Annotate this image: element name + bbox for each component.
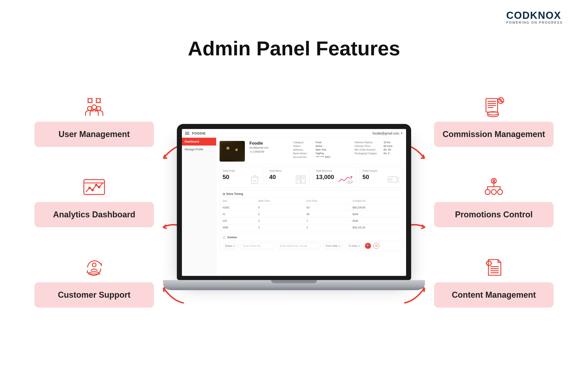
- svg-point-1: [96, 99, 100, 102]
- profile-header: Foodie food@gmail.com +1 23456789 Catego…: [220, 141, 403, 164]
- topbar: FOODIE foodie@gmail.com ▼: [182, 129, 406, 138]
- svg-point-17: [493, 180, 495, 181]
- invoice-percent-icon: [481, 96, 506, 117]
- profile-email: food@gmail.com: [250, 146, 289, 150]
- bag-icon: [249, 174, 260, 185]
- store-timing-table: Day Start Time End Time Created On #1001…: [220, 198, 403, 231]
- feature-pill: Promotions Control: [434, 202, 554, 227]
- feature-pill: Analytics Dashboard: [34, 202, 154, 227]
- page-title: Admin Panel Features: [0, 37, 588, 60]
- stat-total-order: Total Order 50: [220, 167, 263, 187]
- profile-phone: +1 23456789: [250, 150, 289, 154]
- brand-logo: CODKNOX POWERING ON PROGRESS: [506, 10, 563, 24]
- sidebar: Dashboard Manage Profile: [182, 138, 216, 276]
- revenue-trend-icon: [338, 174, 354, 185]
- svg-point-14: [502, 101, 503, 102]
- feature-pill: Content Management: [434, 282, 554, 307]
- stat-total-revenue: Total Revenue 13,000: [313, 167, 356, 187]
- to-date-select[interactable]: To Date: [345, 243, 363, 249]
- clock-icon: ◔: [223, 192, 225, 196]
- table-row: #58922$34,132.24: [220, 224, 403, 231]
- stat-total-menu: Total Menu 40: [266, 167, 310, 187]
- document-gear-icon: [481, 257, 506, 278]
- table-row: #1536$294: [220, 211, 403, 218]
- svg-point-13: [499, 99, 501, 100]
- feature-pill: User Management: [34, 122, 154, 147]
- svg-point-20: [498, 190, 503, 195]
- svg-rect-5: [84, 180, 105, 195]
- support-hand-icon: [82, 257, 107, 278]
- feature-pill: Commission Management: [434, 122, 554, 147]
- laptop-mockup: FOODIE foodie@gmail.com ▼ Dashboard Mana…: [177, 124, 411, 290]
- store-timing-panel: ◔Store Timing Day Start Time End Time Cr…: [220, 190, 403, 231]
- profile-name: Foodie: [250, 141, 289, 146]
- from-date-select[interactable]: From Date: [323, 243, 343, 249]
- user-email: foodie@gmail.com: [373, 132, 399, 135]
- table-row: #1001663$60,239.69: [220, 204, 403, 211]
- reset-button[interactable]: ⟲: [373, 243, 379, 249]
- feature-promotions-control: Promotions Control: [434, 177, 554, 227]
- profile-info-a: Category:Food Status:Active Address:-New…: [293, 141, 336, 158]
- brand-tagline: POWERING ON PROGRESS: [506, 21, 563, 24]
- users-gear-icon: [82, 96, 107, 117]
- svg-point-4: [97, 106, 101, 110]
- svg-point-10: [92, 263, 96, 267]
- laptop-base: [163, 280, 425, 290]
- svg-point-18: [485, 190, 490, 195]
- sidebar-item-dashboard[interactable]: Dashboard: [182, 138, 216, 145]
- sidebar-item-manage-profile[interactable]: Manage Profile: [182, 145, 216, 153]
- contact-input[interactable]: Enter Mobile No. / Email: [277, 243, 320, 249]
- svg-point-3: [92, 105, 96, 109]
- invoice-panel: 🧾Invoice Status Enter Order No. Enter Mo…: [220, 234, 403, 251]
- analytics-chart-icon: [82, 177, 107, 197]
- profile-info-b: Delivery Radius:10 km Delivery Time:60 m…: [355, 141, 400, 155]
- feature-analytics-dashboard: Analytics Dashboard: [34, 177, 154, 227]
- stats-row: Total Order 50 Total Menu 40: [220, 167, 403, 187]
- app-name: FOODIE: [192, 132, 206, 135]
- order-no-input[interactable]: Enter Order No.: [240, 243, 274, 249]
- feature-pill: Customer Support: [34, 282, 154, 307]
- svg-point-19: [491, 190, 496, 195]
- features-left-column: User Management Analytics Dashboard: [34, 96, 154, 307]
- search-button[interactable]: 🔍: [365, 243, 371, 249]
- org-hierarchy-icon: [481, 177, 506, 197]
- restaurant-thumbnail: [220, 141, 245, 162]
- feature-customer-support: Customer Support: [34, 257, 154, 307]
- coupon-icon: [387, 174, 400, 185]
- user-menu[interactable]: foodie@gmail.com ▼: [373, 132, 403, 135]
- feature-commission-management: Commission Management: [434, 96, 554, 147]
- table-row: #1027$166: [220, 218, 403, 224]
- svg-point-0: [88, 99, 92, 102]
- chevron-down-icon: ▼: [400, 132, 403, 135]
- feature-content-management: Content Management: [434, 257, 554, 307]
- feature-user-management: User Management: [34, 96, 154, 147]
- brand-name: CODKNOX: [506, 10, 563, 21]
- hamburger-icon[interactable]: [185, 132, 189, 135]
- stat-total-coupon: Total Coupon 50: [359, 167, 403, 187]
- menu-book-icon: [294, 174, 307, 185]
- features-right-column: Commission Management Promotions Control…: [434, 96, 554, 307]
- document-icon: 🧾: [223, 236, 226, 239]
- svg-point-2: [87, 106, 92, 110]
- dashboard-screen: FOODIE foodie@gmail.com ▼ Dashboard Mana…: [182, 129, 406, 276]
- status-select[interactable]: Status: [222, 243, 238, 249]
